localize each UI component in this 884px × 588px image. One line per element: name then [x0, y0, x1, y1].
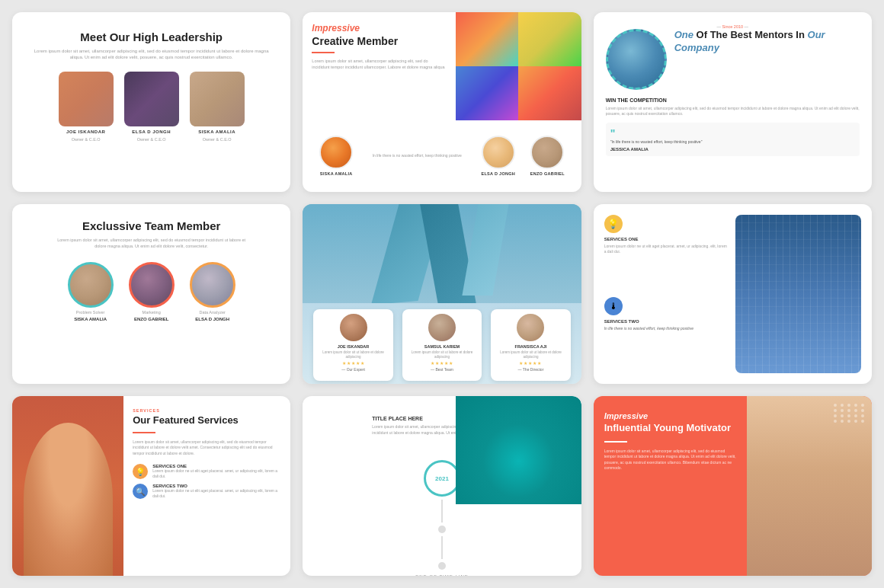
card1-title: Meet Our High Leadership: [80, 30, 223, 43]
hand-visual: [456, 396, 581, 504]
card3-win: WIN THE COMPETITION: [606, 97, 860, 103]
card2-underline: [312, 52, 335, 53]
art-block-1: [456, 12, 518, 66]
card1-members: JOE ISKANDAR Owner & C.E.O ELSA D JONGH …: [59, 72, 245, 142]
card9-desc: Lorem ipsum dolor sit amet, ullamcorper …: [604, 449, 736, 471]
card2-quote: In life there is no wasted effort, keep …: [368, 153, 466, 158]
card3-quote-box: " "In life there is no wasted effort, ke…: [606, 123, 860, 156]
card2-left: Impressive Creative Member Lorem ipsum d…: [303, 12, 456, 120]
member-3-photo: [190, 72, 245, 126]
srv-desc-1: Lorem ipsum dolor ne ut elit aget placer…: [152, 468, 281, 479]
service-name-1: SERVICES ONE: [604, 237, 730, 241]
card-timeline: TITLE PLACE HERE Lorem ipsum dolor sit a…: [303, 396, 581, 576]
card3-desc: Lorem ipsum dolor sit amet, ullamcorper …: [606, 106, 860, 117]
service-icon-1: 💡: [604, 215, 623, 233]
card5-desc-1: Lorem ipsum dolor sit ut labore et dolor…: [319, 350, 387, 360]
card5-desc-2: Lorem ipsum dolor sit ut labore et dolor…: [408, 350, 476, 360]
member-1-photo: [59, 72, 114, 126]
card3-one: One: [674, 29, 693, 40]
card4-avatar-1: [68, 262, 114, 308]
card5-name-3: FRANSISCA AJI: [515, 344, 547, 349]
service-icon-2: 🌡: [604, 297, 623, 315]
card2-title: Creative Member: [312, 35, 447, 47]
card5-stars-3: ★★★★★: [519, 360, 542, 366]
card-services-grid: 💡 SERVICES ONE Lorem ipsum dolor ne ut e…: [594, 204, 872, 384]
card5-image: [303, 204, 581, 303]
service-item-1: 💡 SERVICES ONE Lorem ipsum dolor ne ut e…: [604, 215, 730, 291]
team-member-2: ELSA D JONGH: [481, 136, 515, 176]
art-block-2: [518, 12, 581, 66]
card3-quote-mark: ": [610, 127, 855, 139]
arch-shape-3: [462, 204, 508, 296]
card5-label-1: — Our Expert: [341, 367, 365, 375]
card3-title: One Of The Best Mentors In Our Company: [667, 29, 860, 55]
card4-avatar-3: [190, 262, 235, 308]
card2-bottom: SISKA AMALIA In life there is no wasted …: [303, 120, 581, 192]
team-member-1: SISKA AMALIA: [319, 136, 353, 176]
card2-desc: Lorem ipsum dolor sit amet, ullamcorper …: [312, 58, 447, 71]
member-2-photo: [124, 72, 179, 126]
card5-stars-2: ★★★★★: [431, 360, 453, 366]
team-avatar-1: [319, 136, 353, 169]
card9-person: [747, 396, 872, 576]
card4-role-3: Data Analyzer: [200, 310, 226, 315]
card4-member-3: Data Analyzer ELSA D JONGH: [190, 262, 235, 321]
srv-desc-2: Lorem ipsum dolor ne ut elit aget placer…: [152, 488, 281, 499]
member-1-role: Owner & C.E.O: [72, 137, 101, 142]
team-member-3: ENZO GABRIEL: [530, 136, 565, 176]
card-mentors: — Since 2010 — One Of The Best Mentors I…: [594, 12, 872, 192]
card3-main: The Best Mentors In: [710, 29, 805, 40]
member-1-name: JOE ISKANDAR: [66, 129, 105, 134]
service-desc-1: Lorem ipsum dolor ne ut elit aget placer…: [604, 244, 730, 254]
card7-underline: [133, 432, 155, 433]
card5-avatar-1: [340, 314, 367, 341]
timeline-line-2: [441, 536, 443, 559]
team-name-2: ELSA D JONGH: [481, 171, 515, 176]
card4-members: Problem Solver SISKA AMALIA Marketing EN…: [68, 262, 235, 321]
timeline-dot-1: [438, 526, 446, 533]
card3-quote-text: "In life there is no wasted effort, keep…: [610, 139, 855, 145]
card4-role-1: Problem Solver: [76, 310, 105, 315]
card5-label-2: — Best Team: [431, 367, 453, 375]
card7-service-2: 🔍 SERVICES TWO Lorem ipsum dolor ne ut e…: [133, 484, 281, 499]
timeline-line-1: [441, 500, 443, 522]
card-creative-member: Impressive Creative Member Lorem ipsum d…: [303, 12, 581, 192]
card3-of: Of: [697, 29, 707, 40]
member-3: SISKA AMALIA Owner & C.E.O: [190, 72, 245, 142]
card7-person: [12, 396, 123, 576]
card5-member-2: SAMSUL KARIEM Lorem ipsum dolor sit ut l…: [402, 309, 482, 381]
service-icon-blue: 🔍: [133, 484, 148, 499]
card3-top: One Of The Best Mentors In Our Company: [606, 29, 860, 90]
card6-building-image: [735, 215, 861, 373]
member-2: ELSA D JONGH Owner & C.E.O: [124, 72, 179, 142]
card3-avatar-wrap: [606, 29, 667, 90]
member-3-role: Owner & C.E.O: [203, 137, 232, 142]
card7-desc: Lorem ipsum dolor sit amet, ullamcorper …: [133, 439, 281, 457]
card3-avatar: [606, 29, 667, 90]
card9-tag: Impressive: [604, 411, 736, 420]
card5-stars-1: ★★★★★: [342, 360, 365, 366]
card4-avatar-2: [129, 262, 175, 308]
card9-underline: [604, 441, 627, 443]
timeline-year: 2021: [424, 460, 460, 497]
card7-service-1: 💡 SERVICES ONE Lorem ipsum dolor ne ut e…: [133, 464, 281, 479]
card5-member-1: JOE ISKANDAR Lorem ipsum dolor sit ut la…: [313, 309, 393, 381]
card-leadership: Meet Our High Leadership Lorem ipsum dol…: [12, 12, 290, 192]
card8-end-label: END OF TIME LINE: [415, 574, 469, 576]
card-exclusive-team: Exclussive Team Member Lorem ipsum dolor…: [12, 204, 290, 384]
person-silhouette: [24, 423, 113, 576]
card-featured-services: SERVICES Our Featured Services Lorem ips…: [12, 396, 290, 576]
card7-tag: SERVICES: [133, 408, 281, 413]
service-text-2: SERVICES TWO Lorem ipsum dolor ne ut eli…: [152, 484, 281, 499]
card5-avatar-3: [517, 314, 544, 341]
card2-art: [456, 12, 581, 120]
card7-image: [12, 396, 123, 576]
team-name-3: ENZO GABRIEL: [530, 171, 565, 176]
service-icon-orange: 💡: [133, 464, 148, 479]
member-2-name: ELSA D JONGH: [132, 129, 171, 134]
card7-title: Our Featured Services: [133, 414, 281, 427]
timeline-dot-2: [438, 562, 446, 570]
card5-member-3: FRANSISCA AJI Lorem ipsum dolor sit ut l…: [491, 309, 571, 381]
card4-name-2: ENZO GABRIEL: [134, 317, 168, 321]
card4-name-1: SISKA AMALIA: [74, 317, 107, 321]
